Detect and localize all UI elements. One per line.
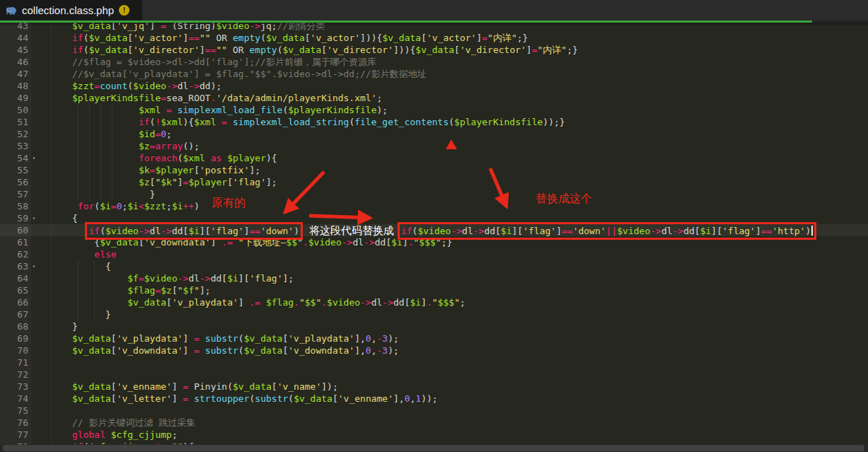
code-line[interactable]: 69$v_data['v_playdata'] = substr($v_data… [0, 332, 868, 344]
code-token: " [178, 285, 183, 296]
code-area[interactable]: 43$v_data['v_jq'] = (String)$video->jq;/… [0, 20, 868, 452]
line-number: 69 [0, 332, 28, 344]
code-line[interactable]: 54▾ foreach($xml as $player){ [0, 152, 868, 164]
code-line[interactable]: 57 } [0, 188, 868, 200]
code-token: ], [354, 345, 366, 356]
code-token: -> [473, 226, 485, 236]
code-token: ( [227, 381, 233, 392]
code-line[interactable]: 74$v_data['v_letter'] = strtoupper(subst… [0, 393, 868, 405]
php-file-icon [6, 6, 17, 16]
fold-marker-icon[interactable]: ▾ [28, 260, 40, 272]
code-token: { [94, 237, 100, 248]
code-line[interactable]: 49$playerKindsfile=sea_ROOT.'/data/admin… [0, 92, 868, 104]
code-token: 'v_letter' [117, 393, 172, 404]
code-token: " [432, 297, 438, 308]
highlight-box-original: if($video->dl->dd[$i]['flag']=='down') [88, 226, 299, 236]
tabbar-shadow [0, 23, 868, 26]
line-number: 53 [0, 140, 28, 152]
code-token: $v_data [72, 345, 111, 356]
warning-badge-icon[interactable]: ! [119, 5, 129, 16]
code-line[interactable]: 66 $v_data['v_playdata'] .= $flag."$$".$… [0, 296, 868, 308]
code-token: dl [352, 237, 364, 248]
code-token: $i [188, 226, 199, 236]
scrollbar-thumb[interactable] [3, 445, 864, 451]
code-line[interactable]: 47//$v_data['v_playdata'] = $flag."$$".$… [0, 68, 868, 80]
code-line[interactable]: 59▾{ [0, 212, 868, 224]
code-token: $video [105, 226, 139, 236]
code-line[interactable]: 75 [0, 405, 868, 417]
code-token: dd [393, 297, 405, 308]
code-token: ] [178, 177, 183, 187]
code-line[interactable]: 67 } [0, 308, 868, 320]
code-line[interactable]: 45if($v_data['v_director']=="" OR empty(… [0, 44, 868, 56]
line-number: 59 [0, 212, 28, 224]
code-token: $k [139, 165, 150, 175]
code-token: " [297, 237, 303, 248]
code-token: $v_data [88, 33, 127, 43]
code-token: ][ [512, 226, 523, 236]
code-line-text: $id=0; [40, 128, 172, 140]
code-line[interactable]: 70$v_data['v_downdata'] = substr($v_data… [0, 344, 868, 357]
code-token: ) [294, 226, 299, 236]
code-line[interactable]: 64 $f=$video->dl->dd[$i]['flag']; [0, 272, 868, 284]
code-token: global [72, 429, 105, 440]
code-token: . [408, 237, 414, 248]
code-line[interactable]: 48$zzt=count($video->dl->dd); [0, 80, 868, 92]
code-token: ]; [199, 285, 211, 296]
code-line[interactable]: 52 $id=0; [0, 128, 868, 140]
code-token: $i [172, 201, 183, 211]
code-line[interactable]: 51 if(!$xml){$xml = simplexml_load_strin… [0, 116, 868, 128]
code-line-text: $v_data['v_enname'] = Pinyin($v_data['v_… [40, 381, 338, 393]
code-line[interactable]: 65 $flag=$z["$f"]; [0, 284, 868, 296]
code-token: = [178, 381, 194, 392]
code-line[interactable]: 77global $cfg_cjjump; [0, 429, 868, 441]
code-line[interactable]: 71 [0, 357, 868, 369]
code-token: $i [227, 273, 238, 284]
code-line[interactable]: 61 {$v_data['v_downdata'] .= "下载地址—$$".$… [0, 236, 868, 248]
code-token: [ [321, 45, 327, 55]
code-token: -> [451, 226, 462, 236]
code-line[interactable]: 68} [0, 320, 868, 332]
code-line[interactable]: 56 $z["$k"]=$player['flag']; [0, 176, 868, 188]
code-line[interactable]: 55 $k=$player['postfix']; [0, 164, 868, 176]
code-token: 'v_actor' [427, 33, 476, 43]
fold-marker-icon [28, 393, 40, 405]
code-token: ] [756, 226, 761, 236]
code-token: empty [233, 33, 260, 43]
code-token: $xml [139, 105, 161, 115]
code-token: ( [238, 333, 244, 344]
fold-marker-icon[interactable]: ▾ [28, 152, 40, 164]
code-token: OR [211, 33, 233, 43]
code-token: (); [183, 141, 199, 151]
code-token: ; [377, 93, 383, 103]
line-number: 58 [0, 200, 28, 212]
code-line[interactable]: 50 $xml = simplexml_load_file($playerKin… [0, 104, 868, 116]
code-line[interactable]: 46//$flag = $video->dl->dd['flag'];//影片前… [0, 56, 868, 68]
code-token: [ [695, 226, 700, 236]
code-token: { [105, 261, 111, 272]
code-token: -> [199, 273, 211, 284]
code-line[interactable]: 72 [0, 369, 868, 381]
code-token: dl [150, 226, 161, 236]
code-line[interactable]: 62 else [0, 248, 868, 260]
code-line[interactable]: 73$v_data['v_enname'] = Pinyin($v_data['… [0, 381, 868, 393]
code-token: $playerKindsfile [288, 105, 376, 115]
tab-bar: collection.class.php ! [0, 0, 868, 21]
code-line[interactable]: 60 if($video->dl->dd[$i]['flag']=='down'… [0, 224, 868, 236]
code-line[interactable]: 53 $z=array(); [0, 140, 868, 152]
horizontal-scrollbar[interactable] [0, 444, 868, 452]
code-line-text: $v_data['v_playdata'] = substr($v_data['… [40, 332, 399, 344]
code-line[interactable]: 44if($v_data['v_actor']=="" OR empty($v_… [0, 32, 868, 44]
code-line[interactable]: 76// 影片关键词过滤 跳过采集 [0, 417, 868, 429]
fold-marker-icon[interactable]: ▾ [28, 212, 40, 224]
code-token: ++ [183, 201, 195, 211]
code-line-text: foreach($xml as $player){ [40, 152, 277, 164]
code-token: -> [342, 237, 353, 248]
code-line[interactable]: 58 for($i=0;$i<$zzt;$i++) [0, 200, 868, 212]
code-token: $zzt [144, 201, 166, 211]
code-line[interactable]: 63▾ { [0, 260, 868, 272]
code-line-text: } [40, 188, 155, 200]
line-number: 57 [0, 188, 28, 200]
code-token: .= [216, 237, 238, 248]
tab-collection-class-php[interactable]: collection.class.php ! [0, 0, 142, 21]
